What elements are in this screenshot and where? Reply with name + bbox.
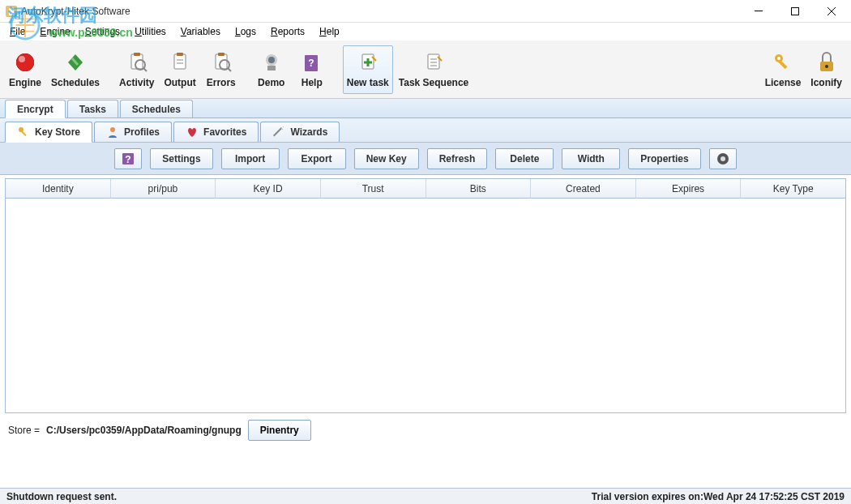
svg-rect-26 [778,60,787,69]
svg-rect-30 [21,130,27,136]
settings-button[interactable]: Settings [150,148,212,169]
svg-point-8 [19,56,25,62]
help-icon: ? [301,51,323,74]
maximize-button[interactable] [776,1,813,22]
close-icon [827,7,836,15]
svg-rect-12 [174,54,186,69]
menu-utilities[interactable]: Utilities [128,24,173,39]
svg-rect-10 [134,53,140,56]
heart-icon [186,126,199,139]
tab-tasks[interactable]: Tasks [67,100,118,117]
svg-point-28 [825,65,828,68]
svg-text:?: ? [126,154,131,165]
tab-schedules[interactable]: Schedules [120,100,193,117]
license-icon [772,51,794,74]
close-button[interactable] [813,1,849,22]
import-button[interactable]: Import [221,148,280,169]
demo-button[interactable]: Demo [252,45,291,94]
menu-help[interactable]: Help [313,24,346,39]
titlebar: AutoKrypt - Hitek Software [0,0,851,23]
schedules-button[interactable]: Schedules [47,45,104,94]
svg-point-18 [268,57,275,63]
svg-rect-5 [791,7,798,15]
pinentry-button[interactable]: Pinentry [248,420,311,441]
menu-logs[interactable]: Logs [229,24,263,39]
iconify-icon [815,51,838,74]
demo-icon [260,51,283,74]
col-bits[interactable]: Bits [426,179,532,199]
output-button[interactable]: Output [160,45,199,94]
main-tabstrip: Encrypt Tasks Schedules [0,99,851,118]
statusbar: Shutdown request sent. Trial version exp… [0,488,851,504]
col-expires[interactable]: Expires [636,179,742,199]
sub-tabstrip: Key Store Profiles Favorites Wizards [0,118,851,143]
svg-rect-4 [755,11,763,11]
gear-action-button[interactable] [709,148,737,169]
iconify-button[interactable]: Iconify [806,45,846,94]
activity-button[interactable]: Activity [115,45,158,94]
tasksequence-label: Task Sequence [399,77,468,88]
menu-settings[interactable]: Settings [79,24,126,39]
width-button[interactable]: Width [562,148,620,169]
errors-button[interactable]: Errors [202,45,241,94]
schedules-label: Schedules [51,77,100,88]
license-button[interactable]: License [761,45,806,94]
minimize-button[interactable] [740,1,776,22]
subtab-profiles[interactable]: Profiles [94,122,172,142]
table-header: Identity pri/pub Key ID Trust Bits Creat… [6,179,845,199]
svg-point-25 [777,57,780,60]
refresh-button[interactable]: Refresh [427,148,488,169]
col-pripub[interactable]: pri/pub [111,179,216,199]
export-button[interactable]: Export [288,148,346,169]
menu-engine[interactable]: Engine [33,24,76,39]
engine-icon [14,51,36,74]
store-row: Store = C:/Users/pc0359/AppData/Roaming/… [0,413,851,447]
tab-encrypt[interactable]: Encrypt [5,100,66,118]
col-identity[interactable]: Identity [6,179,111,199]
col-trust[interactable]: Trust [321,179,426,199]
output-icon [169,51,191,74]
engine-button[interactable]: Engine [5,45,45,94]
svg-point-36 [721,156,725,161]
svg-rect-15 [218,53,225,56]
menu-variables[interactable]: Variables [174,24,227,39]
help-label: Help [301,77,323,88]
svg-text:?: ? [308,58,314,69]
col-created[interactable]: Created [531,179,636,199]
properties-button[interactable]: Properties [628,148,700,169]
store-path: C:/Users/pc0359/AppData/Roaming/gnupg [46,425,242,436]
activity-icon [126,51,148,74]
help-action-button[interactable]: ? [114,148,142,169]
subtab-profiles-label: Profiles [124,126,160,138]
demo-label: Demo [258,77,284,88]
tasksequence-button[interactable]: Task Sequence [395,45,473,94]
newtask-icon [357,51,379,74]
subtab-keystore[interactable]: Key Store [5,122,92,143]
svg-rect-32 [273,127,282,136]
subtab-favorites-label: Favorites [203,126,246,138]
subtab-wizards-label: Wizards [290,126,327,138]
license-label: License [765,77,802,88]
maximize-icon [791,7,799,15]
newkey-button[interactable]: New Key [354,148,419,169]
svg-rect-13 [177,53,183,56]
menu-file[interactable]: File [3,24,32,39]
newtask-button[interactable]: New task [343,45,393,94]
delete-button[interactable]: Delete [495,148,554,169]
menu-reports[interactable]: Reports [264,24,311,39]
svg-rect-23 [428,54,439,69]
subtab-favorites[interactable]: Favorites [173,122,259,142]
errors-icon [210,51,233,74]
iconify-label: Iconify [810,77,842,88]
activity-label: Activity [119,77,154,88]
col-keytype[interactable]: Key Type [741,179,845,199]
toolbar: Engine Schedules Activity Output Errors … [0,41,851,99]
status-right-value: Wed Apr 24 17:52:25 CST 2019 [703,491,845,502]
svg-rect-19 [267,66,276,70]
subtab-wizards[interactable]: Wizards [260,122,340,142]
status-right-prefix: Trial version expires on: [592,491,703,502]
col-keyid[interactable]: Key ID [216,179,321,199]
tasksequence-icon [422,51,445,74]
help-button[interactable]: ? Help [293,45,331,94]
svg-point-31 [110,127,115,132]
